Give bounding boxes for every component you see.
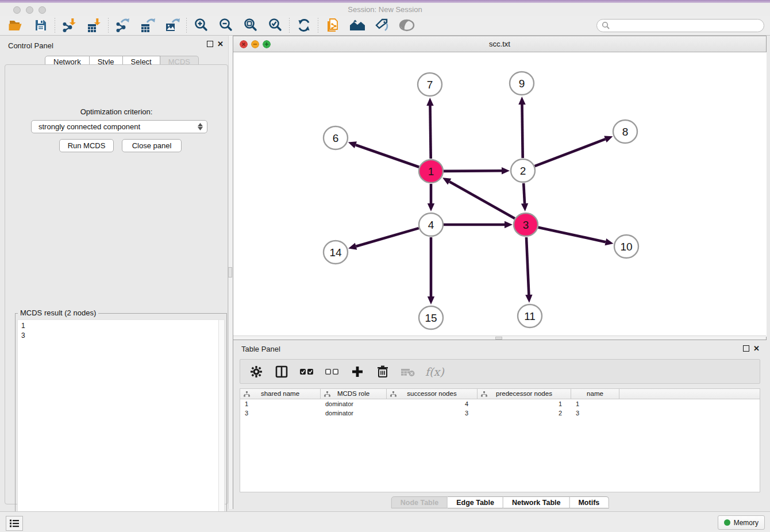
graph-node-11[interactable]: 11 [518, 304, 542, 327]
column-header-name[interactable]: name [571, 389, 619, 399]
panel-splitter[interactable] [228, 36, 233, 509]
table-cell[interactable]: 1 [571, 399, 619, 408]
network-canvas[interactable]: 7968124314101511 [233, 52, 767, 337]
graph-edge-4-3[interactable] [444, 221, 513, 228]
graph-node-6[interactable]: 6 [324, 126, 348, 149]
app-titlebar: Session: New Session [0, 3, 770, 16]
zoom-fit-icon[interactable] [238, 16, 263, 34]
graph-edge-2-9[interactable] [518, 97, 525, 158]
graph-edge-2-8[interactable] [535, 136, 613, 166]
graph-node-10[interactable]: 10 [614, 235, 638, 258]
graph-node-9[interactable]: 9 [510, 72, 534, 95]
result-scrollbar[interactable] [218, 320, 224, 527]
table-row[interactable]: 3dominator323 [240, 408, 760, 418]
export-network-icon[interactable] [110, 16, 135, 34]
table-tab-motifs[interactable]: Motifs [569, 496, 609, 508]
first-neighbors-icon[interactable] [345, 16, 369, 34]
float-table-panel-icon[interactable] [743, 345, 749, 352]
table-cell[interactable]: dominator [321, 408, 387, 418]
table-cell[interactable]: 4 [387, 399, 478, 408]
zoom-out-icon[interactable] [213, 16, 238, 34]
graph-node-15[interactable]: 15 [419, 306, 443, 329]
add-column-icon[interactable] [349, 364, 365, 380]
show-graphics-details-icon[interactable] [394, 16, 419, 34]
import-table-icon[interactable] [82, 16, 106, 34]
table-cell[interactable]: 1 [478, 399, 571, 408]
graph-edge-1-6[interactable] [348, 141, 419, 167]
mcds-panel: Optimization criterion: strongly connect… [5, 64, 228, 504]
app-title: Session: New Session [0, 5, 770, 14]
table-row[interactable]: 1dominator411 [240, 399, 760, 408]
table-tab-node-table[interactable]: Node Table [391, 496, 448, 508]
zoom-in-icon[interactable] [188, 16, 213, 34]
zoom-selected-icon[interactable] [263, 16, 287, 34]
table-cell[interactable]: dominator [321, 399, 387, 408]
apply-layout-icon[interactable] [291, 16, 316, 34]
save-session-icon[interactable] [28, 16, 53, 34]
column-header-label: successor nodes [407, 390, 456, 397]
graph-node-3[interactable]: 3 [514, 213, 538, 236]
result-line: 1 [21, 321, 25, 331]
delete-column-icon[interactable] [375, 364, 391, 380]
splitter-handle[interactable] [228, 267, 232, 277]
svg-text:15: 15 [425, 312, 437, 324]
import-network-icon[interactable] [57, 16, 82, 34]
graph-edge-3-10[interactable] [538, 228, 613, 246]
graph-node-4[interactable]: 4 [419, 213, 443, 236]
graph-node-1[interactable]: 1 [419, 160, 443, 183]
network-hscrollbar[interactable] [233, 336, 766, 340]
select-all-icon[interactable] [299, 364, 315, 380]
graph-edge-3-11[interactable] [525, 237, 532, 303]
table-cell[interactable]: 3 [571, 408, 619, 418]
run-mcds-button[interactable]: Run MCDS [59, 139, 114, 152]
column-header-mcds-role[interactable]: MCDS role [321, 389, 387, 399]
graph-node-7[interactable]: 7 [418, 73, 442, 96]
hide-labels-icon[interactable] [369, 16, 394, 34]
graph-edge-3-1[interactable] [442, 178, 515, 218]
search-box[interactable] [596, 19, 764, 32]
table-tabs: Node TableEdge TableNetwork TableMotifs [391, 496, 609, 508]
search-input[interactable] [613, 21, 759, 29]
table-cell[interactable]: 1 [240, 399, 321, 408]
graph-node-2[interactable]: 2 [511, 159, 535, 182]
mcds-result-area[interactable]: 13 [17, 319, 225, 527]
graph-edge-1-4[interactable] [428, 184, 434, 211]
graph-edge-4-14[interactable] [348, 228, 419, 250]
column-header-shared-name[interactable]: shared name [240, 389, 321, 399]
deselect-all-icon[interactable] [324, 364, 340, 380]
table-tab-network-table[interactable]: Network Table [503, 496, 570, 508]
close-table-panel-icon[interactable]: ✕ [753, 345, 760, 352]
open-session-icon[interactable] [3, 16, 28, 34]
mcds-result-title: MCDS result (2 nodes) [18, 309, 98, 317]
show-column-panel-icon[interactable] [274, 364, 290, 380]
table-cell[interactable]: 3 [387, 408, 478, 418]
graph-node-14[interactable]: 14 [324, 241, 348, 264]
graph-node-8[interactable]: 8 [613, 120, 637, 143]
table-cell[interactable]: 3 [240, 408, 321, 418]
mcds-result-group: MCDS result (2 nodes) 13 [15, 313, 227, 530]
network-window-titlebar[interactable]: scc.txt [233, 36, 766, 52]
table-settings-icon[interactable] [248, 364, 264, 380]
export-image-icon[interactable] [160, 16, 184, 34]
close-panel-button[interactable]: Close panel [122, 139, 182, 152]
task-history-button[interactable] [6, 516, 23, 531]
column-header-successor-nodes[interactable]: successor nodes [387, 389, 478, 399]
graph-edge-2-3[interactable] [521, 183, 528, 211]
svg-text:9: 9 [519, 78, 525, 90]
table-tab-edge-table[interactable]: Edge Table [448, 496, 503, 508]
export-table-icon[interactable] [135, 16, 160, 34]
column-header-predecessor-nodes[interactable]: predecessor nodes [478, 389, 571, 399]
graph-edge-1-7[interactable] [426, 98, 433, 159]
graph-edge-1-2[interactable] [444, 167, 510, 174]
float-panel-icon[interactable] [207, 41, 213, 47]
table-cell[interactable]: 2 [478, 408, 571, 418]
memory-button[interactable]: Memory [718, 515, 765, 530]
clone-network-icon[interactable] [320, 16, 345, 34]
table-panel-title: Table Panel [241, 345, 280, 353]
graph-edge-4-15[interactable] [428, 237, 434, 304]
close-panel-icon[interactable]: ✕ [217, 41, 224, 47]
node-table[interactable]: shared nameMCDS rolesuccessor nodesprede… [240, 388, 760, 492]
search-icon [602, 21, 610, 29]
hscroll-handle[interactable] [495, 337, 502, 340]
criterion-dropdown[interactable]: strongly connected component [31, 120, 207, 133]
